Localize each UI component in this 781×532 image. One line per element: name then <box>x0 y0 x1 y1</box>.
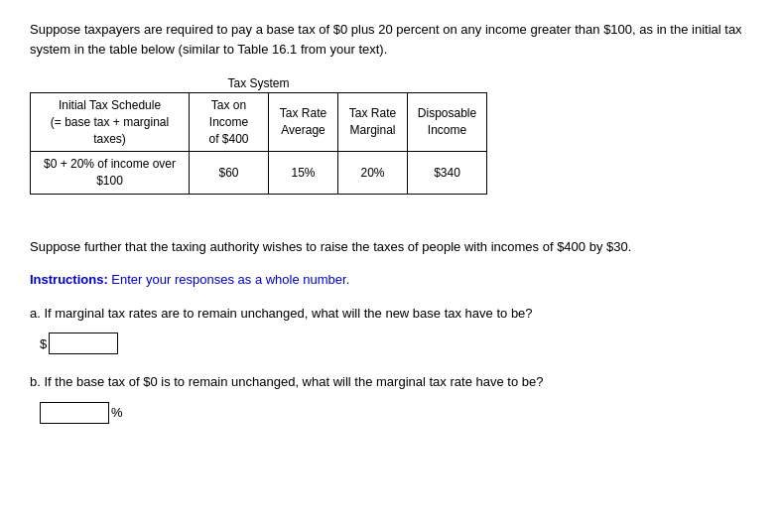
row-col4: 20% <box>338 152 408 195</box>
instructions-label: Instructions: <box>30 272 108 287</box>
instructions-body: Enter your responses as a whole number. <box>111 272 349 287</box>
answer-row-a: $ <box>40 332 751 354</box>
table-caption: Tax System <box>30 76 487 92</box>
row-col3: 15% <box>269 152 338 195</box>
dollar-sign-a: $ <box>40 336 47 351</box>
header-col5: DisposableIncome <box>408 93 487 152</box>
percent-sign-b: % <box>111 405 123 420</box>
instructions: Instructions: Enter your responses as a … <box>30 270 751 290</box>
tax-table: Tax System Initial Tax Schedule(= base t… <box>30 76 487 195</box>
input-b[interactable] <box>40 402 109 424</box>
header-col3: Tax RateAverage <box>269 93 338 152</box>
row-col5: $340 <box>408 152 487 195</box>
header-col1: Initial Tax Schedule(= base tax + margin… <box>31 93 190 152</box>
header-col4: Tax RateMarginal <box>338 93 408 152</box>
row-col2: $60 <box>190 152 269 195</box>
header-col2: Tax on Incomeof $400 <box>190 93 269 152</box>
input-a[interactable] <box>49 332 118 354</box>
tax-table-wrapper: Tax System Initial Tax Schedule(= base t… <box>30 76 487 195</box>
row-col1: $0 + 20% of income over $100 <box>31 152 190 195</box>
question-b: b. If the base tax of $0 is to remain un… <box>30 372 751 392</box>
table-row: $0 + 20% of income over $100 $60 15% 20%… <box>31 152 487 195</box>
further-text: Suppose further that the taxing authorit… <box>30 237 751 257</box>
question-a: a. If marginal tax rates are to remain u… <box>30 304 751 324</box>
answer-row-b: % <box>40 402 751 424</box>
intro-text: Suppose taxpayers are required to pay a … <box>30 20 751 59</box>
